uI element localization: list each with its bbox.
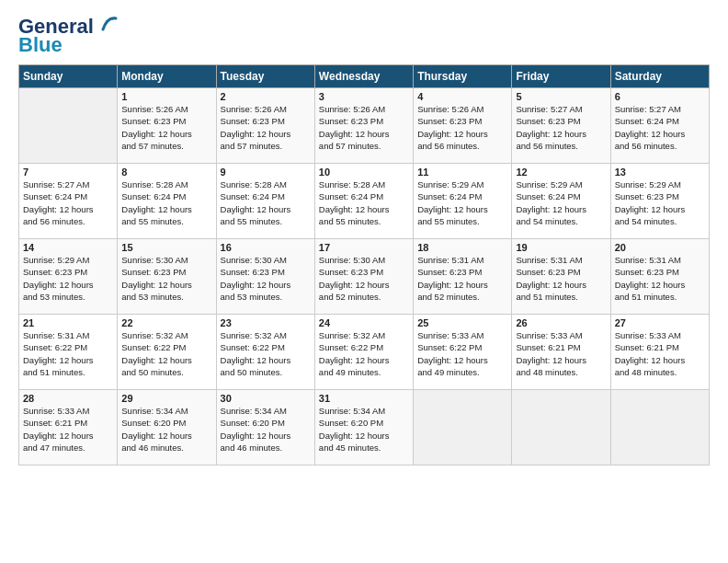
day-number: 4 [417, 91, 507, 102]
day-info: Sunrise: 5:28 AM Sunset: 6:24 PM Dayligh… [121, 178, 211, 227]
calendar-cell: 7Sunrise: 5:27 AM Sunset: 6:24 PM Daylig… [19, 164, 118, 239]
day-number: 3 [319, 91, 409, 102]
calendar-cell: 8Sunrise: 5:28 AM Sunset: 6:24 PM Daylig… [118, 164, 216, 239]
day-number: 20 [615, 242, 705, 253]
col-header-tuesday: Tuesday [216, 65, 314, 88]
day-info: Sunrise: 5:33 AM Sunset: 6:21 PM Dayligh… [23, 405, 113, 454]
calendar-cell: 21Sunrise: 5:31 AM Sunset: 6:22 PM Dayli… [19, 315, 118, 390]
day-info: Sunrise: 5:34 AM Sunset: 6:20 PM Dayligh… [221, 405, 311, 454]
day-info: Sunrise: 5:34 AM Sunset: 6:20 PM Dayligh… [319, 405, 409, 454]
day-info: Sunrise: 5:30 AM Sunset: 6:23 PM Dayligh… [319, 254, 409, 303]
col-header-wednesday: Wednesday [314, 65, 413, 88]
calendar-table: SundayMondayTuesdayWednesdayThursdayFrid… [18, 64, 710, 465]
calendar-cell: 26Sunrise: 5:33 AM Sunset: 6:21 PM Dayli… [512, 315, 610, 390]
page: General Blue SundayMondayTuesdayWednesda… [0, 0, 728, 475]
day-info: Sunrise: 5:26 AM Sunset: 6:23 PM Dayligh… [319, 103, 409, 152]
header-row: SundayMondayTuesdayWednesdayThursdayFrid… [19, 65, 710, 88]
calendar-cell [610, 390, 709, 465]
day-info: Sunrise: 5:28 AM Sunset: 6:24 PM Dayligh… [319, 178, 409, 227]
day-number: 12 [516, 167, 606, 178]
day-info: Sunrise: 5:33 AM Sunset: 6:21 PM Dayligh… [615, 329, 705, 378]
calendar-cell: 22Sunrise: 5:32 AM Sunset: 6:22 PM Dayli… [118, 315, 216, 390]
calendar-cell: 19Sunrise: 5:31 AM Sunset: 6:23 PM Dayli… [512, 239, 610, 315]
day-info: Sunrise: 5:27 AM Sunset: 6:24 PM Dayligh… [23, 178, 113, 227]
day-info: Sunrise: 5:27 AM Sunset: 6:23 PM Dayligh… [516, 103, 606, 152]
day-number: 5 [516, 91, 606, 102]
day-info: Sunrise: 5:31 AM Sunset: 6:23 PM Dayligh… [615, 254, 705, 303]
day-number: 15 [121, 242, 211, 253]
calendar-cell: 24Sunrise: 5:32 AM Sunset: 6:22 PM Dayli… [314, 315, 413, 390]
header: General Blue [18, 15, 710, 57]
calendar-cell: 20Sunrise: 5:31 AM Sunset: 6:23 PM Dayli… [610, 239, 709, 315]
calendar-cell: 28Sunrise: 5:33 AM Sunset: 6:21 PM Dayli… [19, 390, 118, 465]
day-number: 14 [23, 242, 113, 253]
calendar-cell: 10Sunrise: 5:28 AM Sunset: 6:24 PM Dayli… [314, 164, 413, 239]
day-number: 11 [417, 167, 507, 178]
day-info: Sunrise: 5:33 AM Sunset: 6:21 PM Dayligh… [516, 329, 606, 378]
logo-icon [96, 13, 119, 37]
week-row-4: 21Sunrise: 5:31 AM Sunset: 6:22 PM Dayli… [19, 315, 710, 390]
week-row-3: 14Sunrise: 5:29 AM Sunset: 6:23 PM Dayli… [19, 239, 710, 315]
week-row-1: 1Sunrise: 5:26 AM Sunset: 6:23 PM Daylig… [19, 88, 710, 164]
day-info: Sunrise: 5:32 AM Sunset: 6:22 PM Dayligh… [221, 329, 311, 378]
day-number: 21 [23, 317, 113, 328]
calendar-cell: 12Sunrise: 5:29 AM Sunset: 6:24 PM Dayli… [512, 164, 610, 239]
calendar-cell: 15Sunrise: 5:30 AM Sunset: 6:23 PM Dayli… [118, 239, 216, 315]
calendar-cell [414, 390, 512, 465]
calendar-cell: 4Sunrise: 5:26 AM Sunset: 6:23 PM Daylig… [414, 88, 512, 164]
week-row-2: 7Sunrise: 5:27 AM Sunset: 6:24 PM Daylig… [19, 164, 710, 239]
day-info: Sunrise: 5:29 AM Sunset: 6:24 PM Dayligh… [516, 178, 606, 227]
calendar-cell: 25Sunrise: 5:33 AM Sunset: 6:22 PM Dayli… [414, 315, 512, 390]
day-info: Sunrise: 5:29 AM Sunset: 6:24 PM Dayligh… [417, 178, 507, 227]
day-number: 29 [121, 393, 211, 404]
calendar-cell: 2Sunrise: 5:26 AM Sunset: 6:23 PM Daylig… [216, 88, 314, 164]
day-info: Sunrise: 5:34 AM Sunset: 6:20 PM Dayligh… [121, 405, 211, 454]
logo-line2: Blue [18, 33, 63, 57]
day-number: 26 [516, 317, 606, 328]
week-row-5: 28Sunrise: 5:33 AM Sunset: 6:21 PM Dayli… [19, 390, 710, 465]
day-info: Sunrise: 5:32 AM Sunset: 6:22 PM Dayligh… [319, 329, 409, 378]
calendar-cell: 13Sunrise: 5:29 AM Sunset: 6:23 PM Dayli… [610, 164, 709, 239]
calendar-cell [19, 88, 118, 164]
calendar-cell: 6Sunrise: 5:27 AM Sunset: 6:24 PM Daylig… [610, 88, 709, 164]
day-number: 30 [221, 393, 311, 404]
day-number: 1 [121, 91, 211, 102]
calendar-cell: 3Sunrise: 5:26 AM Sunset: 6:23 PM Daylig… [314, 88, 413, 164]
day-number: 6 [615, 91, 705, 102]
day-number: 8 [121, 167, 211, 178]
day-number: 31 [319, 393, 409, 404]
day-number: 16 [221, 242, 311, 253]
day-info: Sunrise: 5:29 AM Sunset: 6:23 PM Dayligh… [615, 178, 705, 227]
col-header-saturday: Saturday [610, 65, 709, 88]
day-info: Sunrise: 5:32 AM Sunset: 6:22 PM Dayligh… [121, 329, 211, 378]
day-number: 19 [516, 242, 606, 253]
day-number: 13 [615, 167, 705, 178]
day-number: 25 [417, 317, 507, 328]
day-number: 22 [121, 317, 211, 328]
calendar-cell: 18Sunrise: 5:31 AM Sunset: 6:23 PM Dayli… [414, 239, 512, 315]
day-number: 27 [615, 317, 705, 328]
day-number: 24 [319, 317, 409, 328]
day-info: Sunrise: 5:27 AM Sunset: 6:24 PM Dayligh… [615, 103, 705, 152]
day-info: Sunrise: 5:26 AM Sunset: 6:23 PM Dayligh… [417, 103, 507, 152]
day-number: 23 [221, 317, 311, 328]
day-info: Sunrise: 5:30 AM Sunset: 6:23 PM Dayligh… [221, 254, 311, 303]
calendar-cell [512, 390, 610, 465]
logo: General Blue [18, 15, 119, 57]
col-header-sunday: Sunday [19, 65, 118, 88]
calendar-cell: 16Sunrise: 5:30 AM Sunset: 6:23 PM Dayli… [216, 239, 314, 315]
calendar-cell: 9Sunrise: 5:28 AM Sunset: 6:24 PM Daylig… [216, 164, 314, 239]
calendar-cell: 27Sunrise: 5:33 AM Sunset: 6:21 PM Dayli… [610, 315, 709, 390]
day-number: 28 [23, 393, 113, 404]
day-info: Sunrise: 5:29 AM Sunset: 6:23 PM Dayligh… [23, 254, 113, 303]
calendar-cell: 5Sunrise: 5:27 AM Sunset: 6:23 PM Daylig… [512, 88, 610, 164]
calendar-cell: 11Sunrise: 5:29 AM Sunset: 6:24 PM Dayli… [414, 164, 512, 239]
day-number: 2 [221, 91, 311, 102]
col-header-thursday: Thursday [414, 65, 512, 88]
day-info: Sunrise: 5:26 AM Sunset: 6:23 PM Dayligh… [121, 103, 211, 152]
day-info: Sunrise: 5:30 AM Sunset: 6:23 PM Dayligh… [121, 254, 211, 303]
day-number: 9 [221, 167, 311, 178]
calendar-cell: 14Sunrise: 5:29 AM Sunset: 6:23 PM Dayli… [19, 239, 118, 315]
day-info: Sunrise: 5:33 AM Sunset: 6:22 PM Dayligh… [417, 329, 507, 378]
day-number: 10 [319, 167, 409, 178]
